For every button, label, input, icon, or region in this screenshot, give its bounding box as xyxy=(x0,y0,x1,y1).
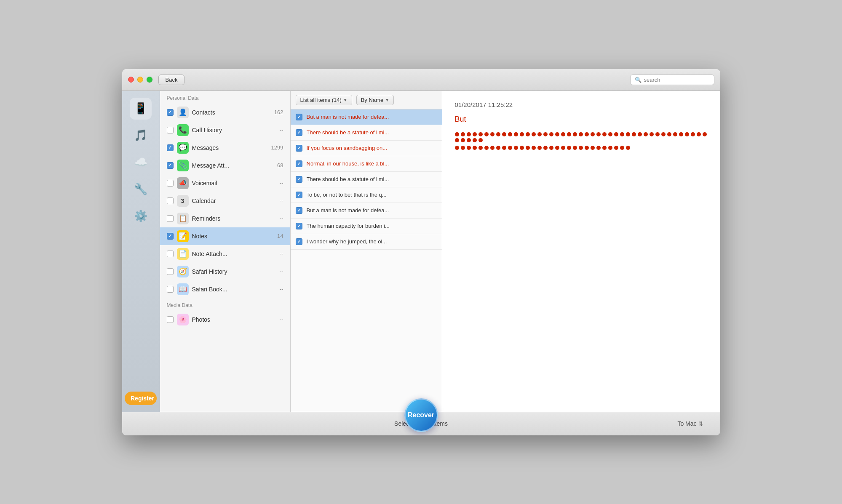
note-item[interactable]: I wonder why he jumped, the ol... xyxy=(291,234,442,250)
voicemail-icon: 📣 xyxy=(177,177,189,189)
list-item[interactable]: 💬 Messages 1299 xyxy=(160,139,290,157)
bottom-bar: Selected 1551 items Recover To Mac ⇅ xyxy=(122,412,720,435)
sort-label: By Name xyxy=(361,97,383,103)
dot xyxy=(602,146,607,150)
contacts-count: 162 xyxy=(274,109,283,115)
list-item[interactable]: 🌸 Photos -- xyxy=(160,311,290,328)
note-item[interactable]: There should be a statute of limi... xyxy=(291,172,442,187)
sidebar-phone-icon[interactable]: 📱 xyxy=(130,98,152,120)
messages-label: Messages xyxy=(192,144,268,151)
note-item[interactable]: The human capacity for burden i... xyxy=(291,219,442,234)
list-all-dropdown[interactable]: List all items (14) ▼ xyxy=(296,95,352,105)
noteattach-checkbox[interactable] xyxy=(167,251,174,257)
list-item[interactable]: 📞 Call History -- xyxy=(160,121,290,139)
list-item[interactable]: 3 Calendar -- xyxy=(160,192,290,210)
messageatt-checkbox[interactable] xyxy=(167,162,174,169)
dropdown2-arrow-icon: ▼ xyxy=(385,98,389,102)
reminders-label: Reminders xyxy=(192,215,276,222)
note-checkbox[interactable] xyxy=(296,176,302,183)
register-button[interactable]: Register xyxy=(125,392,157,405)
dot xyxy=(520,132,524,136)
to-mac-label: To Mac ⇅ xyxy=(677,420,703,427)
dot xyxy=(632,132,636,136)
dot xyxy=(596,146,601,150)
note-item[interactable]: If you focus on sandbagging on... xyxy=(291,141,442,156)
reminders-checkbox[interactable] xyxy=(167,215,174,222)
note-text: To be, or not to be: that is the q... xyxy=(307,192,437,198)
calendar-checkbox[interactable] xyxy=(167,197,174,204)
safaribookmarks-checkbox[interactable] xyxy=(167,286,174,293)
dot xyxy=(608,146,612,150)
note-checkbox[interactable] xyxy=(296,223,302,229)
list-item[interactable]: 📖 Safari Book... -- xyxy=(160,280,290,298)
dot xyxy=(508,146,512,150)
note-checkbox[interactable] xyxy=(296,207,302,214)
dot xyxy=(585,146,589,150)
dot xyxy=(514,132,518,136)
photos-checkbox[interactable] xyxy=(167,316,174,323)
note-checkbox[interactable] xyxy=(296,160,302,167)
voicemail-count: -- xyxy=(280,180,283,186)
sidebar-music-icon[interactable]: 🎵 xyxy=(130,125,152,147)
recover-button[interactable]: Recover xyxy=(404,398,438,432)
main-content: 📱 🎵 ☁️ 🔧 ⚙️ Register Personal Data 👤 Con… xyxy=(122,91,720,412)
calendar-label: Calendar xyxy=(192,197,276,204)
dot xyxy=(691,132,695,136)
sort-dropdown[interactable]: By Name ▼ xyxy=(356,95,394,105)
dot xyxy=(638,132,642,136)
messages-checkbox[interactable] xyxy=(167,144,174,151)
list-item[interactable]: 📎 Message Att... 68 xyxy=(160,157,290,174)
maximize-button[interactable] xyxy=(147,77,152,83)
dot xyxy=(467,132,471,136)
search-input[interactable] xyxy=(644,77,710,83)
noteattach-count: -- xyxy=(280,251,283,257)
note-item[interactable]: There should be a statute of limi... xyxy=(291,125,442,141)
noteattach-label: Note Attach... xyxy=(192,251,276,257)
notes-item[interactable]: 📝 Notes 14 xyxy=(160,227,290,245)
sidebar-settings-icon[interactable]: ⚙️ xyxy=(130,205,152,227)
note-checkbox[interactable] xyxy=(296,238,302,245)
sidebar-cloud-icon[interactable]: ☁️ xyxy=(130,152,152,173)
back-button[interactable]: Back xyxy=(158,75,185,85)
search-box: 🔍 xyxy=(630,75,714,85)
notes-count: 14 xyxy=(277,233,283,239)
dot xyxy=(473,132,477,136)
list-item[interactable]: 📋 Reminders -- xyxy=(160,210,290,227)
callhistory-count: -- xyxy=(280,127,283,133)
callhistory-checkbox[interactable] xyxy=(167,127,174,133)
preview-panel: 01/20/2017 11:25:22 But xyxy=(442,91,720,412)
minimize-button[interactable] xyxy=(137,77,143,83)
dot xyxy=(673,132,677,136)
list-item[interactable]: 📄 Note Attach... -- xyxy=(160,245,290,263)
list-item[interactable]: 👤 Contacts 162 xyxy=(160,104,290,121)
note-item[interactable]: Normal, in our house, is like a bl... xyxy=(291,156,442,172)
list-item[interactable]: 📣 Voicemail -- xyxy=(160,174,290,192)
close-button[interactable] xyxy=(128,77,134,83)
note-item[interactable]: But a man is not made for defea... xyxy=(291,203,442,219)
sidebar-tools-icon[interactable]: 🔧 xyxy=(130,179,152,200)
dot xyxy=(596,132,601,136)
notes-checkbox[interactable] xyxy=(167,233,174,240)
dot xyxy=(549,146,553,150)
dot xyxy=(679,132,683,136)
photos-count: -- xyxy=(280,316,283,323)
dot xyxy=(473,146,477,150)
dot xyxy=(626,146,630,150)
note-checkbox[interactable] xyxy=(296,129,302,136)
dot xyxy=(614,132,618,136)
note-item[interactable]: But a man is not made for defea... xyxy=(291,109,442,125)
note-checkbox[interactable] xyxy=(296,145,302,152)
dot xyxy=(650,132,654,136)
reminders-icon: 📋 xyxy=(177,213,189,224)
contacts-checkbox[interactable] xyxy=(167,109,174,116)
list-item[interactable]: 🧭 Safari History -- xyxy=(160,263,290,280)
dot xyxy=(484,132,489,136)
note-checkbox[interactable] xyxy=(296,114,302,120)
dot xyxy=(496,146,500,150)
note-item[interactable]: To be, or not to be: that is the q... xyxy=(291,187,442,203)
safarihistory-label: Safari History xyxy=(192,268,276,275)
note-checkbox[interactable] xyxy=(296,192,302,198)
voicemail-checkbox[interactable] xyxy=(167,180,174,187)
title-bar: Back 🔍 xyxy=(122,69,720,91)
safarihistory-checkbox[interactable] xyxy=(167,268,174,275)
